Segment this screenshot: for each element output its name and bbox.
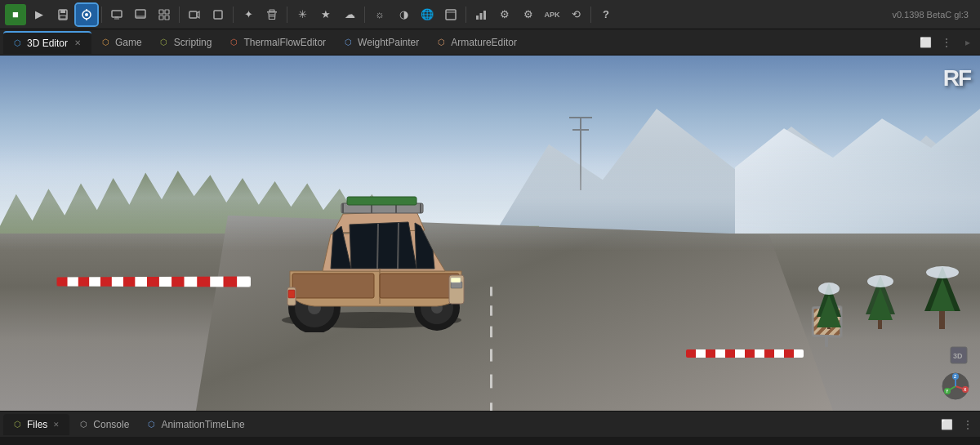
tab-armature-editor[interactable]: ⬡ ArmatureEditor [427, 31, 525, 54]
svg-rect-14 [159, 16, 163, 20]
tab-weight-painter[interactable]: ⬡ WeightPainter [334, 31, 427, 54]
apk-button[interactable]: APK [541, 4, 563, 25]
bottom-tab-animation-label: AnimationTimeLine [161, 419, 244, 430]
tab-scripting-label: Scripting [174, 37, 212, 48]
bottom-tab-console-label: Console [93, 419, 129, 430]
tab-3d-editor[interactable]: ⬡ 3D Editor ✕ [3, 31, 91, 54]
svg-rect-20 [270, 10, 274, 11]
svg-rect-12 [159, 10, 163, 14]
svg-text:3D: 3D [953, 352, 963, 360]
tab-scripting[interactable]: ⬡ Scripting [150, 31, 220, 54]
desktop-button[interactable] [130, 4, 151, 25]
svg-rect-51 [288, 290, 295, 298]
tab-armature-label: ArmatureEditor [451, 37, 517, 48]
bottom-tabs-end-controls: ⬜ ⋮ [938, 416, 977, 434]
svg-rect-49 [451, 278, 461, 283]
svg-rect-7 [112, 11, 122, 17]
svg-rect-27 [480, 13, 483, 20]
weight-icon: ⬡ [342, 37, 354, 48]
tab-thermal-flow[interactable]: ⬡ ThermalFlowEditor [220, 31, 334, 54]
separator-2 [179, 7, 180, 23]
tab-3d-editor-close[interactable]: ✕ [72, 38, 83, 49]
scene-background: RF X Y Z 3D [0, 56, 980, 411]
main-viewport[interactable]: RF X Y Z 3D [0, 56, 980, 411]
car-model [245, 153, 506, 332]
svg-rect-18 [214, 11, 222, 19]
tabs-end-controls: ⬜ ⋮ ▸ [916, 33, 977, 51]
globe-button[interactable]: 🌐 [416, 4, 438, 25]
bottom-tab-console[interactable]: ⬡ Console [69, 414, 137, 435]
tabs-expand-button[interactable]: ⬜ [916, 33, 934, 51]
separator-4 [287, 7, 287, 23]
screen-button[interactable] [207, 4, 229, 25]
bottom-tab-files[interactable]: ⬡ Files ✕ [3, 414, 69, 435]
svg-rect-26 [476, 16, 479, 20]
road-barrier-left [56, 276, 250, 287]
console-icon: ⬡ [78, 419, 89, 430]
settings2-button[interactable]: ⚙ [518, 4, 539, 25]
monitor-button[interactable] [106, 4, 127, 25]
svg-rect-24 [446, 10, 456, 20]
contrast-button[interactable]: ◑ [393, 4, 414, 25]
armature-icon: ⬡ [435, 37, 447, 48]
save-button[interactable] [52, 4, 74, 25]
view-cube[interactable]: 3D [947, 344, 970, 370]
svg-marker-17 [197, 11, 199, 18]
axis-gizmo[interactable]: X Y Z [941, 372, 970, 401]
toolbar-buttons: ■ ▶ ✦ ✳ [5, 4, 617, 25]
tab-3d-editor-label: 3D Editor [27, 38, 68, 49]
tab-weight-label: WeightPainter [358, 37, 419, 48]
game-icon: ⬡ [100, 37, 111, 48]
sun-button[interactable]: ✳ [292, 4, 313, 25]
tabs-scroll-button[interactable]: ▸ [959, 33, 977, 51]
script-icon: ⬡ [158, 37, 170, 48]
svg-rect-41 [347, 197, 416, 205]
svg-rect-45 [292, 274, 374, 298]
separator-7 [590, 7, 591, 23]
star-button[interactable]: ★ [315, 4, 336, 25]
power-tower [568, 109, 593, 190]
display2-button[interactable] [440, 4, 461, 25]
separator-3 [233, 7, 234, 23]
svg-line-43 [398, 223, 399, 269]
svg-rect-46 [380, 274, 459, 298]
tabs-row: ⬡ 3D Editor ✕ ⬡ Game ⬡ Scripting ⬡ Therm… [0, 29, 980, 56]
road-barrier-right [686, 349, 804, 358]
top-toolbar: ■ ▶ ✦ ✳ [0, 0, 980, 29]
bottom-tab-files-label: Files [27, 419, 47, 430]
gear-button[interactable]: ⚙ [494, 4, 515, 25]
bottom-menu-button[interactable]: ⋮ [959, 416, 977, 434]
bottom-tab-animation[interactable]: ⬡ AnimationTimeLine [137, 414, 252, 435]
animation-icon: ⬡ [145, 419, 157, 430]
svg-rect-16 [189, 11, 197, 18]
svg-line-42 [377, 224, 378, 269]
svg-rect-1 [60, 10, 65, 13]
bottom-expand-button[interactable]: ⬜ [938, 416, 956, 434]
tab-game-label: Game [115, 37, 142, 48]
bottom-tab-files-close[interactable]: ✕ [51, 420, 61, 429]
play-button[interactable]: ▶ [29, 4, 50, 25]
cloud-button[interactable]: ☁ [339, 4, 360, 25]
version-label: v0.1398 BetaC gl:3 [892, 10, 975, 20]
stop-button[interactable]: ■ [5, 4, 26, 25]
svg-text:Z: Z [954, 374, 956, 379]
move-button[interactable]: ✦ [238, 4, 259, 25]
rf-watermark: RF [943, 65, 970, 91]
separator-1 [101, 7, 102, 23]
tab-game[interactable]: ⬡ Game [91, 31, 150, 54]
trees-right [745, 98, 960, 329]
video-button[interactable] [184, 4, 205, 25]
separator-5 [364, 7, 365, 23]
files-icon: ⬡ [11, 419, 23, 430]
brightness-button[interactable]: ☼ [369, 4, 390, 25]
chart-button[interactable] [470, 4, 492, 25]
svg-point-4 [85, 13, 88, 16]
help-button[interactable]: ? [595, 4, 617, 25]
delete-button[interactable] [261, 4, 283, 25]
import-button[interactable]: ⟲ [565, 4, 586, 25]
thermal-icon: ⬡ [228, 37, 239, 48]
tabs-menu-button[interactable]: ⋮ [938, 33, 956, 51]
camera-view-button[interactable] [76, 4, 97, 25]
svg-rect-2 [60, 16, 66, 19]
grid-button[interactable] [154, 4, 175, 25]
